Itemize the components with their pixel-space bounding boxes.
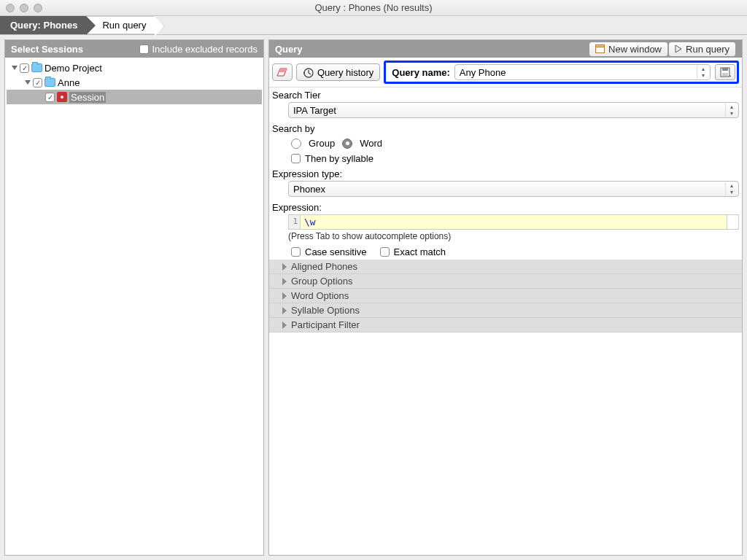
checkbox-icon: [139, 44, 149, 54]
disclosure-arrow-icon: [282, 263, 287, 271]
svg-marker-2: [676, 45, 681, 52]
expression-type-combo[interactable]: Phonex ▴▾: [288, 181, 739, 197]
close-window-icon[interactable]: [6, 4, 15, 12]
then-by-syllable-checkbox[interactable]: [291, 154, 301, 163]
eraser-button[interactable]: [272, 63, 293, 81]
tree-label: Session: [69, 92, 106, 103]
option-row-word-options[interactable]: Word Options: [269, 289, 742, 303]
option-row-syllable-options[interactable]: Syllable Options: [269, 303, 742, 318]
query-history-button[interactable]: Query history: [296, 63, 380, 81]
svg-rect-8: [722, 73, 728, 76]
tree-row-session[interactable]: Session: [7, 90, 262, 104]
expression-input[interactable]: \w: [300, 214, 727, 230]
folder-icon: [44, 78, 55, 87]
checkbox-icon[interactable]: [33, 78, 42, 88]
svg-rect-1: [596, 45, 605, 47]
minimize-window-icon[interactable]: [20, 4, 28, 12]
disclosure-arrow-icon[interactable]: [25, 80, 31, 85]
window-title: Query : Phones (No results): [0, 2, 747, 13]
save-query-button[interactable]: [715, 64, 735, 80]
updown-icon[interactable]: ▴▾: [725, 104, 737, 117]
window-icon: [595, 44, 605, 53]
tree-label: Anne: [58, 77, 80, 88]
svg-rect-7: [722, 68, 728, 71]
expression-type-value: Phonex: [293, 184, 325, 195]
search-tier-value: IPA Target: [293, 105, 336, 116]
session-icon: [57, 92, 67, 102]
option-row-participant-filter[interactable]: Participant Filter: [269, 318, 742, 332]
save-icon: [720, 67, 731, 77]
case-sensitive-label: Case sensitive: [305, 246, 367, 257]
tree-row-child[interactable]: Anne: [7, 75, 262, 90]
select-sessions-title: Select Sessions: [11, 44, 83, 55]
folder-icon: [31, 63, 42, 72]
include-excluded-toggle[interactable]: Include excluded records: [139, 44, 258, 55]
tree-label: Demo Project: [44, 63, 102, 74]
disclosure-arrow-icon: [282, 307, 287, 314]
play-icon: [675, 44, 682, 53]
session-tree[interactable]: Demo Project Anne Session: [5, 58, 263, 107]
radio-word-label: Word: [360, 138, 382, 149]
disclosure-arrow-icon[interactable]: [12, 66, 18, 70]
zoom-window-icon[interactable]: [34, 4, 42, 12]
disclosure-arrow-icon: [282, 292, 287, 300]
query-name-value: Any Phone: [460, 67, 506, 78]
history-icon: [303, 67, 314, 78]
radio-group-label: Group: [309, 138, 335, 149]
expression-hint: (Press Tab to show autocomplete options): [269, 231, 742, 244]
run-query-button[interactable]: Run query: [668, 42, 736, 57]
new-window-button[interactable]: New window: [589, 42, 668, 57]
query-toolbar: Query history Query name: Any Phone ▴▾: [269, 58, 742, 87]
query-name-label: Query name:: [387, 67, 449, 78]
breadcrumb-query[interactable]: Query: Phones: [0, 16, 86, 34]
eraser-icon: [276, 67, 288, 77]
line-number: 1: [288, 214, 300, 230]
window-titlebar: Query : Phones (No results): [0, 0, 747, 16]
query-panel-title: Query: [275, 44, 303, 55]
expression-label: Expression:: [269, 200, 742, 214]
search-by-label: Search by: [269, 121, 742, 136]
options-area: Aligned Phones Group Options Word Option…: [269, 260, 742, 332]
expression-scrollbar[interactable]: [727, 214, 739, 230]
option-row-group-options[interactable]: Group Options: [269, 274, 742, 289]
radio-group[interactable]: [291, 139, 301, 149]
exact-match-checkbox[interactable]: [380, 247, 390, 257]
checkbox-icon[interactable]: [45, 93, 55, 102]
breadcrumb: Query: Phones Run query: [0, 16, 747, 35]
breadcrumb-run-query[interactable]: Run query: [86, 16, 155, 34]
query-name-box: Query name: Any Phone ▴▾: [384, 61, 739, 84]
query-panel: Query New window Run query Query history: [268, 39, 743, 556]
expression-type-label: Expression type:: [269, 166, 742, 181]
traffic-lights: [6, 4, 42, 12]
search-tier-label: Search Tier: [269, 88, 742, 102]
case-sensitive-checkbox[interactable]: [291, 247, 301, 257]
exact-match-label: Exact match: [394, 246, 446, 257]
updown-icon[interactable]: ▴▾: [725, 182, 737, 195]
select-sessions-panel: Select Sessions Include excluded records…: [4, 39, 264, 556]
tree-row-project[interactable]: Demo Project: [7, 61, 262, 75]
expression-editor[interactable]: 1 \w: [288, 214, 739, 230]
option-row-aligned-phones[interactable]: Aligned Phones: [269, 260, 742, 274]
disclosure-arrow-icon: [282, 278, 287, 285]
search-tier-combo[interactable]: IPA Target ▴▾: [288, 102, 739, 118]
query-name-combo[interactable]: Any Phone ▴▾: [454, 64, 711, 80]
checkbox-icon[interactable]: [20, 63, 29, 73]
radio-word[interactable]: [342, 139, 352, 149]
updown-icon[interactable]: ▴▾: [697, 66, 708, 79]
then-by-syllable-label: Then by syllable: [305, 153, 374, 164]
disclosure-arrow-icon: [282, 322, 287, 329]
